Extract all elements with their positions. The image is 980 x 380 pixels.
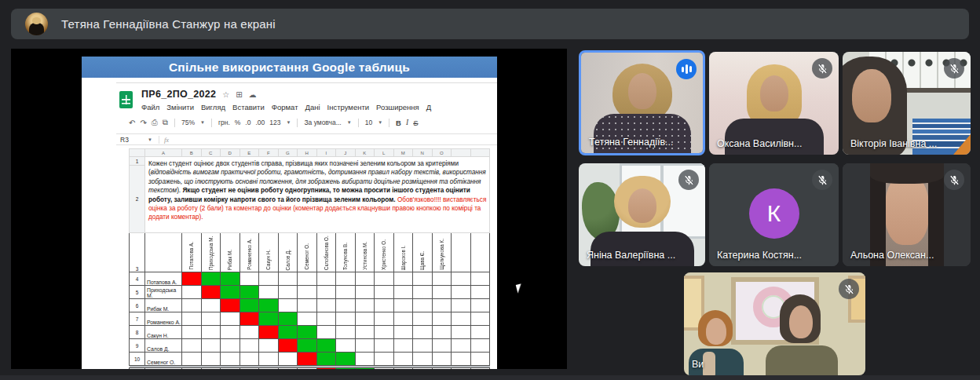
grade-cell[interactable]	[221, 339, 240, 353]
menu-item[interactable]: Дані	[305, 103, 320, 111]
grade-cell[interactable]	[470, 272, 490, 286]
grade-cell[interactable]	[336, 312, 356, 326]
menu-item[interactable]: Інструменти	[327, 103, 370, 111]
grade-cell[interactable]	[432, 339, 452, 353]
grade-cell[interactable]	[413, 326, 433, 339]
grade-cell[interactable]	[278, 299, 298, 312]
grade-cell[interactable]	[355, 299, 375, 312]
percent-button[interactable]: %	[235, 119, 241, 126]
grade-cell[interactable]	[259, 312, 279, 326]
grade-cell[interactable]	[452, 286, 471, 299]
grade-cell[interactable]	[221, 326, 240, 339]
menu-item[interactable]: Вставити	[232, 103, 265, 111]
grade-cell[interactable]	[221, 272, 240, 286]
decrease-decimals-button[interactable]: .0	[245, 119, 250, 126]
grade-cell[interactable]	[278, 272, 298, 286]
grade-cell[interactable]	[452, 339, 471, 353]
menu-item[interactable]: Вигляд	[201, 103, 225, 111]
italic-button[interactable]: I	[406, 119, 408, 126]
grade-cell[interactable]	[259, 353, 279, 366]
grade-cell[interactable]	[413, 339, 433, 353]
participant-tile-kateryna[interactable]: К Катерина Костян...	[709, 163, 839, 266]
grade-cell[interactable]	[413, 353, 433, 366]
zoom-select[interactable]: 75%	[181, 119, 195, 126]
grade-cell[interactable]	[413, 312, 433, 326]
menu-item[interactable]: Змінити	[166, 103, 194, 111]
grade-cell[interactable]	[201, 326, 221, 339]
grade-cell[interactable]	[259, 326, 279, 339]
grade-cell[interactable]	[432, 272, 452, 286]
star-icon[interactable]: ☆	[222, 90, 229, 99]
spreadsheet-title[interactable]: ПР6_2ПО_2022	[141, 89, 216, 100]
grade-cell[interactable]	[182, 326, 202, 339]
grade-cell[interactable]	[201, 286, 221, 299]
grade-cell[interactable]	[316, 272, 336, 286]
grade-cell[interactable]	[298, 272, 317, 286]
increase-decimals-button[interactable]: .00	[255, 119, 265, 126]
grade-cell[interactable]	[336, 339, 356, 353]
grade-cell[interactable]	[278, 339, 298, 353]
grade-cell[interactable]	[413, 299, 433, 312]
grade-cell[interactable]	[336, 326, 356, 339]
grade-cell[interactable]	[240, 353, 259, 366]
grade-cell[interactable]	[336, 272, 356, 286]
participant-tile-oksana[interactable]: Оксана Василівн...	[709, 52, 839, 155]
grade-cell[interactable]	[182, 272, 202, 286]
undo-icon[interactable]: ↶	[129, 119, 135, 127]
grade-cell[interactable]	[452, 353, 471, 366]
grade-cell[interactable]	[452, 299, 471, 312]
grade-cell[interactable]	[355, 286, 375, 299]
grade-cell[interactable]	[182, 312, 202, 326]
grade-cell[interactable]	[375, 272, 394, 286]
participant-tile-viktoria[interactable]: Вікторія Іванівна ...	[843, 52, 971, 155]
menu-item[interactable]: Файл	[141, 103, 159, 111]
grade-cell[interactable]	[240, 272, 259, 286]
grade-cell[interactable]	[201, 339, 221, 353]
grade-cell[interactable]	[221, 312, 240, 326]
move-icon[interactable]: ⊞	[236, 90, 242, 99]
grade-cell[interactable]	[182, 339, 202, 353]
redo-icon[interactable]: ↷	[140, 119, 146, 127]
grade-cell[interactable]	[259, 339, 279, 353]
menu-item[interactable]: Д	[426, 103, 431, 111]
grade-cell[interactable]	[432, 353, 452, 366]
grade-cell[interactable]	[355, 272, 375, 286]
grade-cell[interactable]	[201, 272, 221, 286]
grade-cell[interactable]	[240, 339, 259, 353]
grade-cell[interactable]	[298, 286, 317, 299]
bold-button[interactable]: B	[396, 119, 401, 127]
grade-cell[interactable]	[298, 299, 317, 312]
participant-tile-tetyana[interactable]: Тетяна Геннадіїв...	[579, 50, 705, 155]
grade-cell[interactable]	[240, 286, 259, 299]
grade-cell[interactable]	[470, 312, 490, 326]
grade-cell[interactable]	[298, 312, 317, 326]
grade-cell[interactable]	[259, 286, 279, 299]
grade-cell[interactable]	[393, 353, 413, 366]
grade-cell[interactable]	[316, 353, 336, 366]
grade-cell[interactable]	[393, 272, 413, 286]
grade-cell[interactable]	[182, 286, 202, 299]
grade-cell[interactable]	[221, 286, 240, 299]
grade-cell[interactable]	[375, 339, 394, 353]
grade-cell[interactable]	[182, 353, 202, 366]
grade-cell[interactable]	[432, 286, 452, 299]
grade-cell[interactable]	[432, 299, 452, 312]
grade-cell[interactable]	[336, 353, 356, 366]
grade-cell[interactable]	[470, 326, 490, 339]
grade-cell[interactable]	[316, 299, 336, 312]
grade-cell[interactable]	[452, 272, 471, 286]
grade-cell[interactable]	[278, 312, 298, 326]
name-box[interactable]: R3	[116, 136, 148, 144]
sheet-grid[interactable]: ABCDEFGHIJKLMNO12Кожен студент оцінює дв…	[129, 148, 490, 369]
grade-cell[interactable]	[316, 286, 336, 299]
grade-cell[interactable]	[413, 272, 433, 286]
participant-tile-yanina[interactable]: Яніна Валеріївна ...	[579, 163, 705, 266]
grade-cell[interactable]	[259, 272, 279, 286]
grade-cell[interactable]	[298, 353, 317, 366]
grade-cell[interactable]	[413, 286, 433, 299]
grade-cell[interactable]	[355, 339, 375, 353]
grade-cell[interactable]	[278, 353, 298, 366]
grade-cell[interactable]	[432, 326, 452, 339]
paint-format-icon[interactable]: ⧉	[163, 118, 168, 127]
font-size-select[interactable]: 10	[365, 119, 372, 126]
